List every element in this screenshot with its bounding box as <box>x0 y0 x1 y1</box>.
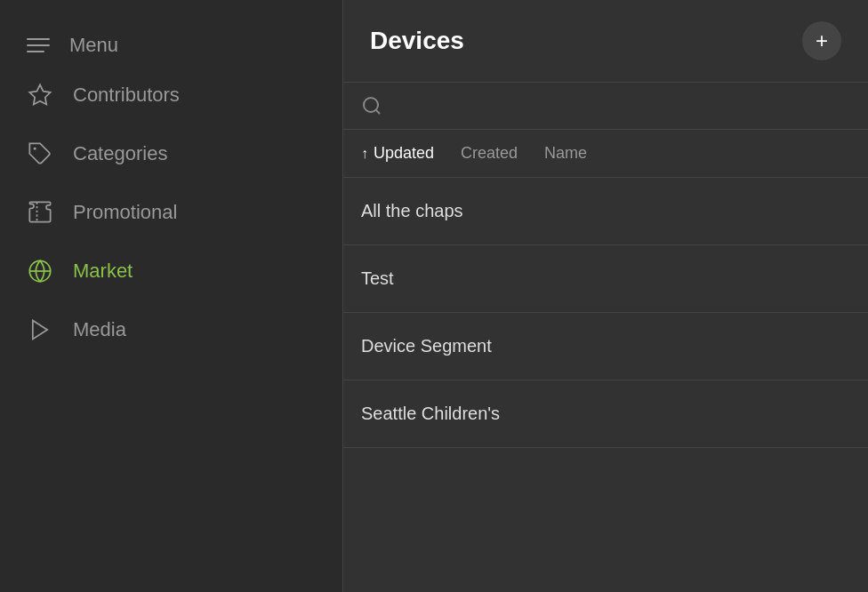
list-item[interactable]: Device Segment <box>343 313 868 380</box>
sort-arrow-icon: ↑ <box>361 146 368 162</box>
search-container <box>343 83 868 130</box>
sort-name-label: Name <box>544 144 587 163</box>
menu-line-2 <box>27 44 50 46</box>
menu-item[interactable]: Menu <box>0 18 342 66</box>
star-icon <box>27 82 53 108</box>
sidebar-item-categories[interactable]: Categories <box>0 124 342 183</box>
sort-created-label: Created <box>461 144 518 163</box>
list-item-label: All the chaps <box>361 201 463 220</box>
sort-updated-label: Updated <box>374 144 434 163</box>
page-title: Devices <box>370 27 464 55</box>
menu-icon <box>27 38 50 52</box>
menu-line-3 <box>27 51 44 52</box>
tag-icon <box>27 140 53 167</box>
content-header: Devices + <box>343 0 868 83</box>
sidebar-item-label-contributors: Contributors <box>73 84 180 107</box>
sidebar-item-media[interactable]: Media <box>0 300 342 359</box>
sidebar-item-label-media: Media <box>73 318 126 341</box>
sort-created[interactable]: Created <box>461 144 518 163</box>
sort-updated[interactable]: ↑ Updated <box>361 144 434 163</box>
sidebar-item-contributors[interactable]: Contributors <box>0 66 342 124</box>
sort-name[interactable]: Name <box>544 144 587 163</box>
list-item[interactable]: All the chaps <box>343 178 868 245</box>
media-icon <box>27 316 53 343</box>
sidebar-item-market[interactable]: Market <box>0 242 342 300</box>
list-item-label: Device Segment <box>361 336 492 356</box>
sidebar-item-promotional[interactable]: Promotional <box>0 183 342 242</box>
sort-bar: ↑ Updated Created Name <box>343 130 868 178</box>
menu-line-1 <box>27 38 50 40</box>
search-input[interactable] <box>391 97 850 116</box>
svg-marker-5 <box>33 321 47 340</box>
main-content: Devices + ↑ Updated Created Name All <box>342 0 868 592</box>
menu-label: Menu <box>69 34 118 57</box>
sidebar: Menu Contributors Categories Promotional <box>0 0 342 592</box>
svg-point-6 <box>364 98 378 112</box>
ticket-icon <box>27 199 53 226</box>
add-button[interactable]: + <box>802 21 841 60</box>
globe-icon <box>27 258 53 284</box>
list-item[interactable]: Test <box>343 245 868 313</box>
list-item-label: Test <box>361 268 394 288</box>
search-wrapper <box>361 95 850 116</box>
sidebar-item-label-market: Market <box>73 260 133 283</box>
sidebar-item-label-promotional: Promotional <box>73 201 177 224</box>
search-icon <box>361 95 382 116</box>
sidebar-item-label-categories: Categories <box>73 142 167 165</box>
list-item[interactable]: Seattle Children's <box>343 380 868 448</box>
svg-marker-0 <box>29 84 50 104</box>
list-item-label: Seattle Children's <box>361 404 500 423</box>
svg-line-7 <box>376 110 380 114</box>
